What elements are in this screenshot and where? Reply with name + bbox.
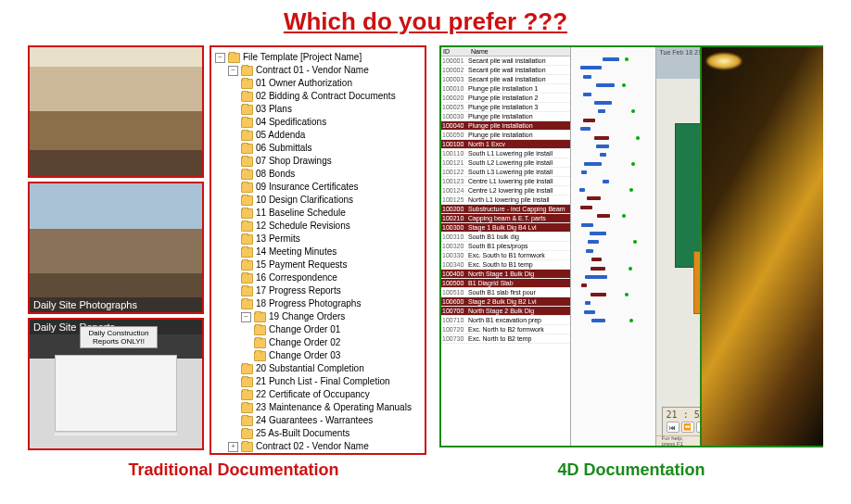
task-row[interactable]: 100040Plunge pile installation: [441, 121, 570, 131]
tree-item[interactable]: 23 Maintenance & Operating Manuals: [241, 401, 423, 414]
task-row[interactable]: 100020Plunge pile installation 2: [441, 94, 570, 103]
gantt-bar[interactable]: [583, 93, 591, 96]
task-row[interactable]: 100700North Stage 2 Bulk Dig: [441, 307, 570, 316]
task-row[interactable]: 100003Secant pile wall installation: [441, 75, 570, 84]
tree-change-orders[interactable]: −19 Change Orders: [241, 310, 423, 323]
task-row[interactable]: 100210Capping beam & E.T. parts: [441, 214, 570, 223]
task-row[interactable]: 100125North L1 lowering pile install: [441, 195, 570, 205]
tree-item[interactable]: Change Order 03: [254, 349, 423, 362]
tree-item[interactable]: Change Order 01: [254, 323, 423, 336]
expand-icon[interactable]: +: [228, 442, 238, 452]
task-row[interactable]: 100110South L1 Lowering pile install: [441, 149, 570, 158]
gantt-bar[interactable]: [581, 284, 586, 287]
tree-item[interactable]: 06 Submittals: [241, 142, 423, 155]
gantt-bar[interactable]: [580, 66, 602, 69]
task-row[interactable]: 100100North 1 Excv: [441, 140, 570, 149]
task-row[interactable]: 100400North Stage 1 Bulk Dig: [441, 270, 570, 279]
task-row[interactable]: 100500B1 Diagrid Slab: [441, 279, 570, 288]
tree-item[interactable]: 09 Insurance Certificates: [241, 181, 423, 194]
gantt-bar[interactable]: [579, 188, 585, 192]
task-row[interactable]: 100600Stage 2 Bulk Dig B2 Lvl: [441, 297, 570, 307]
tree-item[interactable]: 10 Design Clarifications: [241, 194, 423, 207]
task-row[interactable]: 100720Exc. North to B2 formwork: [441, 325, 570, 334]
task-row[interactable]: 100730Exc. North to B2 temp: [441, 334, 570, 344]
gantt-bar[interactable]: [585, 301, 591, 305]
gantt-bar[interactable]: [584, 162, 602, 166]
gantt-bar[interactable]: [594, 101, 613, 105]
tree-item[interactable]: 20 Substantial Completion: [241, 362, 423, 375]
playback-button[interactable]: ⏪: [681, 422, 694, 433]
collapse-icon[interactable]: −: [215, 53, 225, 63]
gantt-bar[interactable]: [580, 127, 591, 131]
gantt-bar[interactable]: [588, 240, 599, 244]
task-row[interactable]: 100010Plunge pile installation 1: [441, 84, 570, 94]
tree-item[interactable]: 12 Schedule Revisions: [241, 220, 423, 233]
playback-button[interactable]: ⏮: [667, 422, 680, 433]
collapse-icon[interactable]: −: [241, 312, 251, 322]
task-row[interactable]: 100320South B1 piles/props: [441, 242, 570, 251]
collapse-icon[interactable]: −: [228, 66, 238, 76]
tree-item[interactable]: 22 Certificate of Occupancy: [241, 388, 423, 401]
tree-item[interactable]: 04 Spedifications: [241, 116, 423, 129]
gantt-bar[interactable]: [603, 180, 609, 183]
gantt-bar[interactable]: [581, 170, 587, 174]
task-id: 100125: [441, 196, 468, 203]
tree-item[interactable]: 01 Owner Authorization: [241, 77, 423, 90]
gantt-bar[interactable]: [583, 119, 595, 122]
task-row[interactable]: 100710North B1 excavation prep: [441, 316, 570, 325]
task-row[interactable]: 100121South L2 Lowering pile install: [441, 158, 570, 168]
tree-item[interactable]: 17 Progress Reports: [241, 284, 423, 297]
gantt-bar[interactable]: [580, 206, 592, 209]
task-row[interactable]: 100300Stage 1 Bulk Dig B4 Lvl: [441, 223, 570, 233]
task-row[interactable]: 100330Exc. South to B1 formwork: [441, 251, 570, 260]
tree-item[interactable]: 18 Progress Photographs: [241, 297, 423, 310]
task-row[interactable]: 100050Plunge pile installation: [441, 131, 570, 140]
gantt-bar[interactable]: [597, 214, 611, 218]
tree-item[interactable]: 03 Plans: [241, 103, 423, 116]
gantt-bar[interactable]: [583, 75, 591, 79]
gantt-bar[interactable]: [591, 258, 602, 261]
task-row[interactable]: 100124Centre L2 lowering pile install: [441, 186, 570, 195]
task-row[interactable]: 100310South B1 bulk dig: [441, 233, 570, 242]
tree-item[interactable]: 08 Bonds: [241, 168, 423, 181]
gantt-bar[interactable]: [596, 83, 615, 87]
task-row[interactable]: 100001Secant pile wall installation: [441, 57, 570, 66]
tree-item[interactable]: 02 Bidding & Contract Documents: [241, 90, 423, 103]
gantt-bar[interactable]: [591, 293, 605, 296]
task-row[interactable]: 100002Secant pile wall installation: [441, 66, 570, 75]
task-row[interactable]: 100025Plunge pile installation 3: [441, 103, 570, 112]
gantt-bar[interactable]: [591, 267, 605, 271]
gantt-bar[interactable]: [586, 249, 593, 253]
gantt-bar[interactable]: [590, 232, 606, 235]
tree-item[interactable]: 14 Meeting Minutes: [241, 246, 423, 258]
tree-item[interactable]: 07 Shop Drawings: [241, 155, 423, 168]
tree-item[interactable]: 05 Addenda: [241, 129, 423, 142]
gantt-bar[interactable]: [587, 196, 602, 200]
tree-item[interactable]: 11 Baseline Schedule: [241, 207, 423, 220]
tree-contract2[interactable]: +Contract 02 - Vendor Name: [228, 440, 423, 453]
task-row[interactable]: 100200Substructure - incl Capping Beam: [441, 205, 570, 214]
task-row[interactable]: 100122South L3 Lowering pile install: [441, 168, 570, 177]
tree-item[interactable]: 15 Payment Requests: [241, 258, 423, 271]
tree-contract1[interactable]: −Contract 01 - Vendor Name: [228, 64, 423, 77]
gantt-bar[interactable]: [585, 275, 606, 279]
gantt-bar[interactable]: [591, 319, 605, 322]
task-row[interactable]: 100510South B1 slab first pour: [441, 288, 570, 297]
tree-item[interactable]: 25 As-Built Documents: [241, 427, 423, 440]
task-row[interactable]: 100340Exc. South to B1 temp: [441, 260, 570, 270]
tree-item[interactable]: 13 Permits: [241, 233, 423, 246]
gantt-bar[interactable]: [594, 136, 609, 140]
tree-item[interactable]: 16 Correspondence: [241, 271, 423, 284]
gantt-bar[interactable]: [600, 153, 606, 157]
task-row[interactable]: 100030Plunge pile installation: [441, 112, 570, 121]
gantt-bar[interactable]: [598, 109, 605, 113]
tree-item[interactable]: 24 Guarantees - Warrantees: [241, 414, 423, 427]
gantt-bar[interactable]: [584, 310, 595, 314]
gantt-bar[interactable]: [603, 57, 619, 61]
gantt-bar[interactable]: [581, 223, 593, 227]
tree-item[interactable]: 21 Punch List - Final Completion: [241, 375, 423, 388]
task-row[interactable]: 100123Centre L1 lowering pile install: [441, 177, 570, 186]
tree-item[interactable]: Change Order 02: [254, 336, 423, 349]
gantt-bar[interactable]: [596, 145, 609, 148]
tree-root[interactable]: −File Template [Project Name]: [215, 51, 423, 64]
